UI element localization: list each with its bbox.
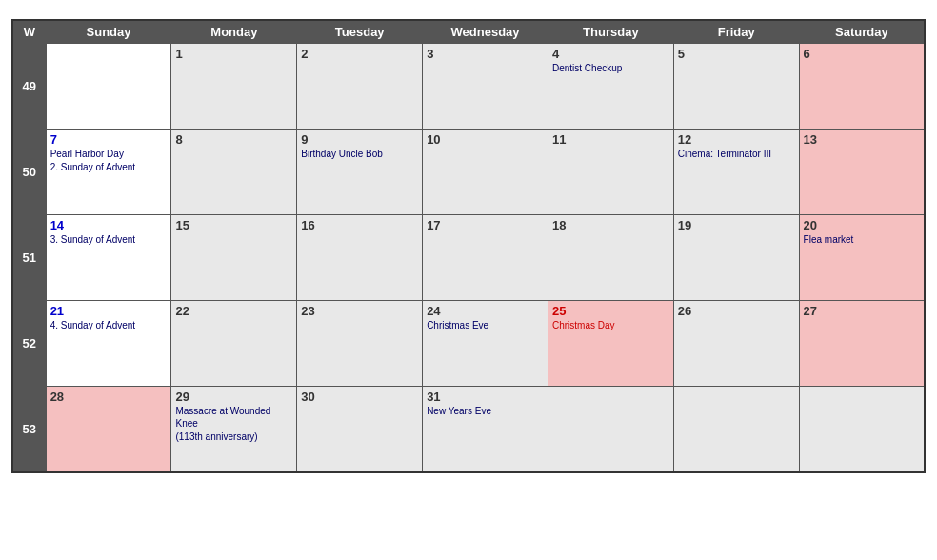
week-row: 52214. Sunday of Advent222324Christmas E… (12, 301, 925, 387)
day-cell: 25Christmas Day (548, 301, 673, 387)
column-header-thursday: Thursday (548, 20, 673, 44)
day-cell: 17 (423, 215, 548, 301)
day-cell: 5 (673, 44, 799, 130)
header-row: WSundayMondayTuesdayWednesdayThursdayFri… (12, 20, 925, 44)
day-number: 22 (175, 304, 292, 318)
day-cell: 8 (171, 130, 297, 215)
day-number: 23 (301, 304, 418, 318)
week-number: 53 (12, 387, 46, 472)
calendar-table: WSundayMondayTuesdayWednesdayThursdayFri… (11, 19, 926, 473)
day-number: 19 (678, 218, 795, 232)
day-cell: 24Christmas Eve (423, 301, 548, 387)
day-cell: 1 (171, 44, 297, 130)
day-number: 15 (175, 218, 292, 232)
day-cell (46, 44, 171, 130)
column-header-w: W (12, 20, 46, 44)
day-number: 5 (678, 47, 795, 61)
day-cell: 22 (171, 301, 297, 387)
day-number: 24 (427, 304, 544, 318)
day-number: 14 (50, 218, 168, 232)
week-row: 532829Massacre at Wounded Knee(113th ann… (12, 387, 925, 472)
day-number: 17 (427, 218, 544, 232)
day-number: 3 (427, 47, 544, 61)
event: Christmas Day (552, 319, 669, 331)
day-number: 10 (427, 132, 544, 147)
day-cell: 26 (673, 301, 799, 387)
day-cell: 23 (297, 301, 423, 387)
day-number: 30 (301, 390, 418, 404)
day-cell: 3 (423, 44, 548, 130)
day-cell: 16 (297, 215, 423, 301)
week-number: 51 (12, 215, 46, 301)
day-cell: 143. Sunday of Advent (46, 215, 171, 301)
day-number: 7 (50, 132, 168, 147)
event: Birthday Uncle Bob (301, 148, 418, 160)
day-number: 4 (552, 47, 669, 61)
event: Flea market (804, 233, 920, 246)
event: Pearl Harbor Day (50, 148, 168, 160)
week-row: 491234Dentist Checkup56 (12, 44, 925, 130)
event: Dentist Checkup (552, 62, 669, 74)
event: 2. Sunday of Advent (50, 161, 168, 173)
day-cell: 6 (799, 44, 925, 130)
day-number: 28 (50, 390, 168, 404)
day-number: 18 (552, 218, 669, 232)
day-cell: 7Pearl Harbor Day2. Sunday of Advent (46, 130, 171, 215)
day-cell: 19 (673, 215, 799, 301)
week-row: 51143. Sunday of Advent151617181920Flea … (12, 215, 925, 301)
day-cell: 214. Sunday of Advent (46, 301, 171, 387)
week-number: 49 (12, 44, 46, 130)
day-cell: 13 (799, 130, 925, 215)
day-number: 8 (175, 132, 292, 147)
day-number: 6 (804, 47, 920, 61)
column-header-tuesday: Tuesday (297, 20, 423, 44)
day-cell: 2 (297, 44, 423, 130)
day-number: 11 (552, 132, 669, 147)
column-header-wednesday: Wednesday (423, 20, 548, 44)
day-cell: 18 (548, 215, 673, 301)
day-number: 12 (678, 132, 795, 147)
day-cell: 4Dentist Checkup (548, 44, 673, 130)
day-number: 1 (175, 47, 292, 61)
day-number: 26 (678, 304, 795, 318)
event: Christmas Eve (427, 319, 544, 331)
day-number: 9 (301, 132, 418, 147)
event: Cinema: Terminator III (678, 148, 795, 160)
day-cell: 12Cinema: Terminator III (673, 130, 799, 215)
day-cell (548, 387, 673, 472)
day-number: 21 (50, 304, 168, 318)
event: (113th anniversary) (175, 430, 292, 443)
day-cell: 15 (171, 215, 297, 301)
column-header-saturday: Saturday (799, 20, 925, 44)
day-cell: 10 (423, 130, 548, 215)
day-cell: 29Massacre at Wounded Knee(113th anniver… (171, 387, 297, 472)
event: 3. Sunday of Advent (50, 233, 168, 246)
day-cell (799, 387, 925, 472)
week-row: 507Pearl Harbor Day2. Sunday of Advent89… (12, 130, 925, 215)
day-number: 31 (427, 390, 544, 404)
day-cell: 11 (548, 130, 673, 215)
day-number: 13 (804, 132, 920, 147)
column-header-monday: Monday (171, 20, 297, 44)
day-number: 20 (804, 218, 920, 232)
day-number: 29 (175, 390, 292, 404)
day-cell: 28 (46, 387, 171, 472)
day-cell: 30 (297, 387, 423, 472)
day-number: 16 (301, 218, 418, 232)
day-cell (673, 387, 799, 472)
day-number: 2 (301, 47, 418, 61)
week-number: 50 (12, 130, 46, 215)
column-header-friday: Friday (673, 20, 799, 44)
event: Massacre at Wounded Knee (175, 405, 292, 430)
day-number: 27 (804, 304, 920, 318)
week-number: 52 (12, 301, 46, 387)
day-cell: 20Flea market (799, 215, 925, 301)
day-number: 25 (552, 304, 669, 318)
day-cell: 31New Years Eve (423, 387, 548, 472)
event: 4. Sunday of Advent (50, 319, 168, 331)
event: New Years Eve (427, 405, 544, 417)
day-cell: 27 (799, 301, 925, 387)
day-cell: 9Birthday Uncle Bob (297, 130, 423, 215)
column-header-sunday: Sunday (46, 20, 171, 44)
